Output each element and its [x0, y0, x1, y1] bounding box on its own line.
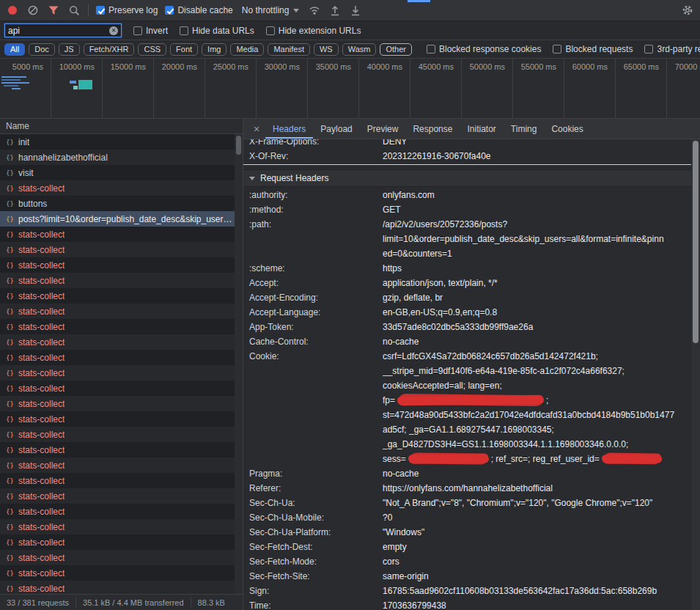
waterfall-bar — [1, 82, 29, 84]
filter-chip-font[interactable]: Font — [170, 43, 198, 56]
request-list-scrollbar[interactable] — [235, 134, 243, 594]
file-type-icon: {} — [5, 339, 15, 346]
disable-cache-label: Disable cache — [177, 5, 232, 15]
file-type-icon: {} — [5, 277, 15, 284]
checkbox-blocked-requests[interactable]: Blocked requests — [553, 44, 633, 54]
checkbox-invert[interactable]: Invert — [133, 26, 168, 36]
export-har-button[interactable] — [349, 4, 362, 17]
request-row[interactable]: {}buttons — [0, 196, 243, 211]
request-row[interactable]: {}stats-collect — [0, 304, 243, 319]
request-row[interactable]: {}stats-collect — [0, 381, 243, 396]
checkbox-blocked-response-cookies[interactable]: Blocked response cookies — [427, 44, 541, 54]
tab-response[interactable]: Response — [405, 119, 460, 139]
filter-chip-other[interactable]: Other — [380, 43, 412, 56]
preserve-log-checkbox[interactable]: Preserve log — [96, 5, 158, 15]
request-row[interactable]: {}stats-collect — [0, 319, 243, 334]
request-row[interactable]: {}stats-collect — [0, 565, 243, 581]
tab-timing[interactable]: Timing — [504, 119, 545, 139]
filter-chip-ws[interactable]: WS — [314, 43, 339, 56]
network-conditions-button[interactable] — [308, 4, 321, 17]
request-row[interactable]: {}stats-collect — [0, 473, 243, 488]
request-row[interactable]: {}stats-collect — [0, 273, 243, 288]
request-row[interactable]: {}stats-collect — [0, 488, 243, 504]
request-row[interactable]: {}stats-collect — [0, 288, 243, 304]
filter-chip-fetch-xhr[interactable]: Fetch/XHR — [84, 43, 135, 56]
request-row[interactable]: {}stats-collect — [0, 365, 243, 381]
header-value: empty — [383, 540, 691, 554]
request-row[interactable]: {}stats-collect — [0, 427, 243, 442]
request-row[interactable]: {}stats-collect — [0, 534, 243, 550]
header-row: Accept-Language:en-GB,en-US;q=0.9,en;q=0… — [243, 305, 691, 320]
filter-chip-media[interactable]: Media — [230, 43, 264, 56]
filter-chip-all[interactable]: All — [4, 43, 25, 56]
tab-payload[interactable]: Payload — [313, 119, 359, 139]
file-type-icon: {} — [5, 308, 15, 315]
request-row[interactable]: {}stats-collect — [0, 242, 243, 257]
time-label: 50000 ms — [462, 62, 513, 71]
request-name: stats-collect — [18, 291, 65, 301]
scrollbar-thumb[interactable] — [693, 141, 699, 343]
checkbox-hide-data-urls[interactable]: Hide data URLs — [180, 26, 254, 36]
header-row: Sec-Ch-Ua:"Not_A Brand";v="8", "Chromium… — [243, 496, 691, 510]
throttling-select[interactable]: No throttling — [240, 5, 301, 15]
filter-chip-img[interactable]: Img — [202, 43, 226, 56]
checkbox-hide-extension-urls[interactable]: Hide extension URLs — [266, 26, 361, 36]
file-type-icon: {} — [5, 354, 15, 361]
checkbox-label: 3rd-party requests — [657, 44, 700, 54]
search-button[interactable] — [67, 4, 81, 17]
network-overview[interactable]: 5000 ms10000 ms15000 ms20000 ms25000 ms3… — [0, 59, 700, 119]
filter-toggle-button[interactable] — [47, 4, 60, 17]
arrow-up-icon — [330, 5, 340, 16]
request-row[interactable]: {}stats-collect — [0, 350, 243, 365]
request-row[interactable]: {}hannahelizabethofficial — [0, 150, 243, 165]
request-row[interactable]: {}stats-collect — [0, 411, 243, 427]
disable-cache-checkbox[interactable]: Disable cache — [165, 5, 232, 15]
header-row: Referer:https://onlyfans.com/hannaheliza… — [243, 481, 691, 496]
filter-chip-wasm[interactable]: Wasm — [342, 43, 377, 56]
filter-chip-doc[interactable]: Doc — [29, 43, 55, 56]
header-name: Referer: — [243, 481, 383, 496]
request-row[interactable]: {}stats-collect — [0, 519, 243, 534]
clear-filter-icon[interactable]: ✕ — [109, 26, 118, 35]
tab-preview[interactable]: Preview — [360, 119, 406, 139]
import-har-button[interactable] — [328, 4, 342, 17]
request-name: stats-collect — [18, 445, 65, 455]
filter-chip-css[interactable]: CSS — [138, 43, 166, 56]
request-row[interactable]: {}stats-collect — [0, 581, 243, 594]
request-headers-section[interactable]: Request Headers — [243, 169, 691, 187]
request-row[interactable]: {}stats-collect — [0, 457, 243, 473]
request-name: stats-collect — [18, 306, 65, 317]
filter-chip-js[interactable]: JS — [59, 43, 80, 56]
column-header-name[interactable]: Name — [0, 119, 243, 134]
headers-scroll-area: X-Frame-Options:DENY X-Of-Rev:2023122619… — [243, 139, 691, 610]
header-value: 1703636799438 — [383, 598, 691, 610]
settings-button[interactable] — [681, 4, 694, 17]
request-row[interactable]: {}stats-collect — [0, 334, 243, 350]
request-row[interactable]: {}stats-collect — [0, 550, 243, 565]
clear-button[interactable] — [26, 4, 40, 17]
request-row[interactable]: {}stats-collect — [0, 504, 243, 519]
request-row[interactable]: {}stats-collect — [0, 442, 243, 457]
request-row[interactable]: {}init — [0, 134, 243, 150]
request-row[interactable]: {}visit — [0, 165, 243, 180]
checkbox-3rd-party-requests[interactable]: 3rd-party requests — [644, 44, 700, 54]
waterfall-bar — [4, 85, 18, 87]
filter-input[interactable] — [8, 26, 106, 36]
close-icon[interactable]: × — [248, 119, 265, 139]
tab-headers[interactable]: Headers — [265, 119, 313, 139]
request-row[interactable]: {}stats-collect — [0, 257, 243, 273]
record-button[interactable] — [6, 4, 19, 17]
header-row: Accept-Encoding:gzip, deflate, br — [243, 290, 691, 305]
file-type-icon: {} — [5, 416, 15, 423]
tab-cookies[interactable]: Cookies — [544, 119, 590, 139]
request-row[interactable]: {}stats-collect — [0, 227, 243, 242]
request-row[interactable]: {}posts?limit=10&order=publish_date_desc… — [0, 211, 243, 227]
file-type-icon: {} — [5, 185, 15, 192]
scrollbar-thumb[interactable] — [236, 136, 241, 155]
header-name: Sec-Ch-Ua: — [243, 496, 383, 510]
request-row[interactable]: {}stats-collect — [0, 180, 243, 196]
tab-initiator[interactable]: Initiator — [460, 119, 503, 139]
filter-chip-manifest[interactable]: Manifest — [268, 43, 310, 56]
request-row[interactable]: {}stats-collect — [0, 396, 243, 411]
detail-scrollbar[interactable] — [691, 139, 700, 610]
